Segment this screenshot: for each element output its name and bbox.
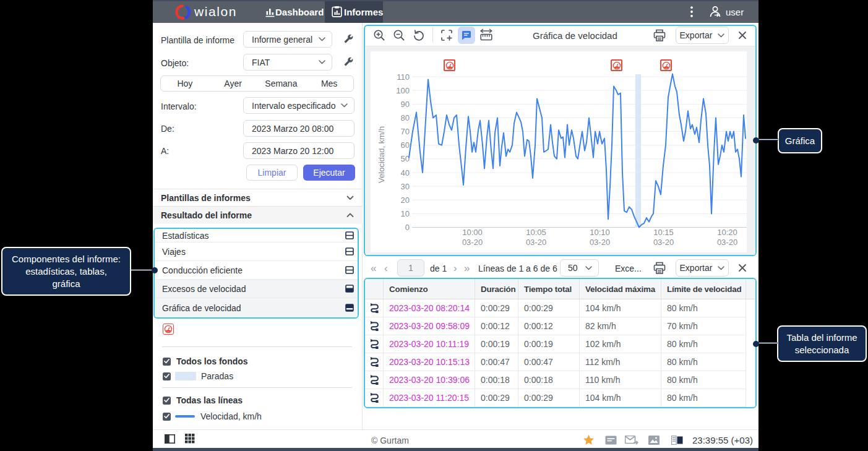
svg-text:0: 0 (405, 223, 410, 232)
svg-text:10:20: 10:20 (717, 228, 737, 237)
svg-text:Velocidad, km/h: Velocidad, km/h (377, 126, 386, 183)
svg-text:03-20: 03-20 (717, 238, 737, 247)
svg-text:20: 20 (401, 195, 410, 205)
svg-text:10: 10 (401, 209, 410, 218)
svg-text:50: 50 (401, 154, 410, 163)
svg-text:60: 60 (401, 140, 410, 150)
svg-text:70: 70 (401, 127, 410, 136)
svg-text:03-20: 03-20 (526, 238, 546, 247)
svg-text:10:05: 10:05 (526, 228, 546, 237)
svg-text:30: 30 (401, 182, 410, 191)
svg-text:03-20: 03-20 (462, 238, 483, 247)
svg-text:100: 100 (396, 86, 410, 95)
svg-text:80: 80 (401, 113, 410, 122)
svg-text:10:00: 10:00 (462, 228, 483, 237)
svg-text:110: 110 (397, 72, 410, 82)
svg-text:03-20: 03-20 (653, 238, 674, 247)
svg-text:40: 40 (401, 168, 410, 178)
svg-text:03-20: 03-20 (590, 238, 610, 247)
svg-text:90: 90 (401, 100, 410, 109)
svg-text:10:15: 10:15 (653, 228, 674, 237)
svg-text:10:10: 10:10 (590, 228, 610, 237)
